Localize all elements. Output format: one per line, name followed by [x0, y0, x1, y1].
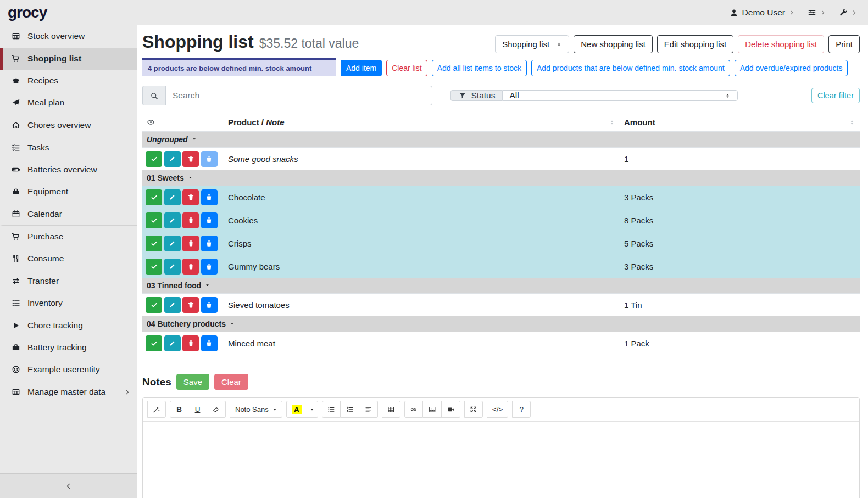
- add-to-stock-button[interactable]: [201, 212, 218, 228]
- grocy-logo[interactable]: grocy: [8, 4, 47, 21]
- delete-item-button[interactable]: [182, 212, 199, 228]
- code-view-button[interactable]: </>: [487, 401, 509, 418]
- text-color-dropdown[interactable]: [307, 401, 318, 418]
- edit-item-button[interactable]: [164, 335, 181, 351]
- clear-list-button[interactable]: Clear list: [386, 60, 427, 76]
- edit-item-button[interactable]: [164, 236, 181, 251]
- sidebar-item-consume[interactable]: Consume: [0, 248, 137, 270]
- align-left-icon: [365, 406, 372, 413]
- sidebar-item-purchase[interactable]: Purchase: [0, 226, 137, 248]
- print-button[interactable]: Print: [828, 35, 860, 53]
- sidebar-item-shopping-list[interactable]: Shopping list: [0, 48, 137, 70]
- bag-icon: [205, 263, 213, 270]
- delete-shopping-list-button[interactable]: Delete shopping list: [738, 35, 824, 53]
- paragraph-align-button[interactable]: [359, 401, 378, 418]
- sidebar-item-example-userentity[interactable]: Example userentity: [0, 359, 137, 382]
- delete-item-button[interactable]: [182, 259, 199, 275]
- edit-item-button[interactable]: [164, 297, 181, 313]
- edit-item-button[interactable]: [164, 212, 181, 228]
- ordered-list-button[interactable]: [341, 401, 359, 418]
- settings-menu[interactable]: [808, 8, 826, 17]
- group-row-03-tinned-food[interactable]: 03 Tinned food: [142, 278, 860, 294]
- text-color-button[interactable]: A: [286, 401, 307, 418]
- mark-done-button[interactable]: [146, 335, 162, 351]
- sidebar-item-meal-plan[interactable]: Meal plan: [0, 92, 137, 115]
- edit-item-button[interactable]: [164, 189, 181, 205]
- insert-picture-button[interactable]: [423, 401, 442, 418]
- visibility-column-header[interactable]: [142, 113, 224, 132]
- font-family-select[interactable]: Noto Sans: [230, 401, 282, 418]
- sidebar-item-batteries-overview[interactable]: Batteries overview: [0, 159, 137, 181]
- delete-item-button[interactable]: [182, 151, 199, 167]
- clear-formatting-button[interactable]: [207, 401, 226, 418]
- unordered-list-button[interactable]: [322, 401, 341, 418]
- insert-table-button[interactable]: [382, 401, 400, 418]
- sidebar-item-chores-overview[interactable]: Chores overview: [0, 114, 137, 137]
- paper-plane-icon: [10, 98, 21, 107]
- delete-item-button[interactable]: [182, 236, 199, 251]
- add-overdue-button[interactable]: Add overdue/expired products: [735, 60, 848, 76]
- clear-filter-button[interactable]: Clear filter: [811, 88, 860, 103]
- amount-column-header[interactable]: Amount: [620, 113, 860, 132]
- sidebar-item-chore-tracking[interactable]: Chore tracking: [0, 315, 137, 337]
- delete-item-button[interactable]: [182, 189, 199, 205]
- add-to-stock-button[interactable]: [201, 189, 218, 205]
- sidebar-item-equipment[interactable]: Equipment: [0, 181, 137, 204]
- add-to-stock-button[interactable]: [201, 297, 218, 313]
- edit-item-button[interactable]: [164, 151, 181, 167]
- underline-button[interactable]: U: [188, 401, 207, 418]
- mark-done-button[interactable]: [146, 236, 162, 251]
- user-menu[interactable]: Demo User: [730, 8, 794, 18]
- mark-done-button[interactable]: [146, 259, 162, 275]
- bold-button[interactable]: B: [170, 401, 188, 418]
- mark-done-button[interactable]: [146, 189, 162, 205]
- fullscreen-button[interactable]: [464, 401, 483, 418]
- sidebar-item-manage-master-data[interactable]: Manage master data: [0, 381, 137, 404]
- notes-editor-body[interactable]: [143, 422, 859, 498]
- sidebar-item-tasks[interactable]: Tasks: [0, 137, 137, 159]
- sidebar-item-inventory[interactable]: Inventory: [0, 292, 137, 315]
- delete-item-button[interactable]: [182, 297, 199, 313]
- shopping-list-table: Product / Note Amount UngroupedSome good…: [142, 113, 860, 355]
- check-icon: [151, 301, 158, 309]
- sidebar-item-stock-overview[interactable]: Stock overview: [0, 25, 137, 48]
- add-all-to-stock-button[interactable]: Add all list items to stock: [432, 60, 527, 76]
- shopping-list-selector[interactable]: Shopping list: [495, 35, 569, 53]
- add-to-stock-button[interactable]: [201, 335, 218, 351]
- admin-menu[interactable]: [839, 8, 857, 17]
- funnel-icon: [458, 91, 467, 100]
- add-item-button[interactable]: Add item: [341, 60, 382, 76]
- group-row-01-sweets[interactable]: 01 Sweets: [142, 170, 860, 186]
- add-to-stock-button[interactable]: [201, 259, 218, 275]
- add-to-stock-button[interactable]: [201, 236, 218, 251]
- sidebar-item-transfer[interactable]: Transfer: [0, 270, 137, 293]
- eye-icon: [147, 118, 219, 126]
- insert-video-button[interactable]: [442, 401, 460, 418]
- add-below-min-button[interactable]: Add products that are below defined min.…: [531, 60, 730, 76]
- insert-link-button[interactable]: [404, 401, 423, 418]
- search-input[interactable]: [165, 86, 432, 105]
- group-row-04-butchery-products[interactable]: 04 Butchery products: [142, 316, 860, 332]
- add-to-stock-button[interactable]: [201, 151, 218, 167]
- save-notes-button[interactable]: Save: [176, 374, 209, 390]
- magic-style-button[interactable]: [147, 401, 166, 418]
- amount-cell: 3 Packs: [620, 255, 860, 278]
- sidebar-collapse-button[interactable]: [0, 473, 137, 498]
- edit-item-button[interactable]: [164, 259, 181, 275]
- edit-shopping-list-button[interactable]: Edit shopping list: [657, 35, 733, 53]
- help-button[interactable]: ?: [512, 401, 531, 418]
- status-select[interactable]: All: [502, 90, 738, 101]
- mark-done-button[interactable]: [146, 212, 162, 228]
- list-icon: [10, 299, 21, 307]
- clear-notes-button[interactable]: Clear: [214, 374, 248, 390]
- group-row-ungrouped[interactable]: Ungrouped: [142, 132, 860, 148]
- product-column-header[interactable]: Product / Note: [224, 113, 620, 132]
- delete-item-button[interactable]: [182, 335, 199, 351]
- play-icon: [10, 321, 21, 330]
- new-shopping-list-button[interactable]: New shopping list: [574, 35, 653, 53]
- mark-done-button[interactable]: [146, 151, 162, 167]
- sidebar-item-calendar[interactable]: Calendar: [0, 203, 137, 226]
- sidebar-item-recipes[interactable]: Recipes: [0, 70, 137, 92]
- mark-done-button[interactable]: [146, 297, 162, 313]
- sidebar-item-battery-tracking[interactable]: Battery tracking: [0, 337, 137, 359]
